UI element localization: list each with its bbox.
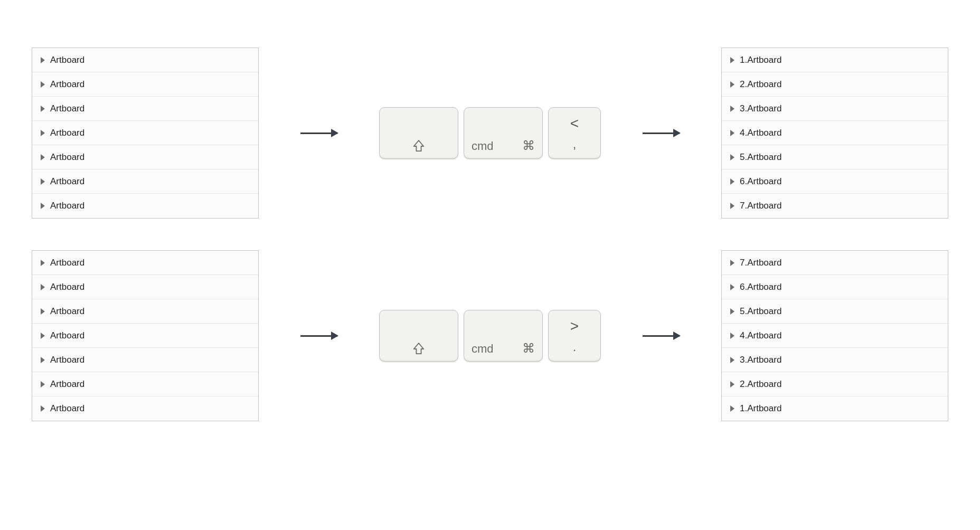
chevron-right-icon xyxy=(41,405,45,412)
chevron-right-icon xyxy=(41,357,45,363)
layer-label: 7.Artboard xyxy=(740,258,781,268)
chevron-right-icon xyxy=(730,178,734,185)
layer-label: Artboard xyxy=(50,128,84,138)
list-item[interactable]: Artboard xyxy=(32,121,258,145)
list-item[interactable]: Artboard xyxy=(32,72,258,97)
list-item[interactable]: 6.Artboard xyxy=(722,169,948,194)
layer-label: 7.Artboard xyxy=(740,201,781,211)
list-item[interactable]: 5.Artboard xyxy=(722,299,948,324)
diagram-row-descending: Artboard Artboard Artboard Artboard Artb… xyxy=(32,250,948,421)
layer-panel-after-2: 7.Artboard 6.Artboard 5.Artboard 4.Artbo… xyxy=(721,250,948,421)
list-item[interactable]: Artboard xyxy=(32,48,258,72)
chevron-right-icon xyxy=(730,381,734,387)
list-item[interactable]: 7.Artboard xyxy=(722,194,948,218)
chevron-right-icon xyxy=(41,308,45,315)
layer-label: Artboard xyxy=(50,403,84,414)
list-item[interactable]: Artboard xyxy=(32,324,258,348)
arrow-right-icon xyxy=(629,132,693,134)
layer-label: 2.Artboard xyxy=(740,379,781,390)
shift-key xyxy=(379,310,458,362)
list-item[interactable]: 2.Artboard xyxy=(722,72,948,97)
keyboard-shortcut-2: cmd ⌘ > . xyxy=(379,310,601,362)
layer-label: 2.Artboard xyxy=(740,79,781,90)
list-item[interactable]: Artboard xyxy=(32,145,258,169)
chevron-right-icon xyxy=(41,130,45,136)
chevron-right-icon xyxy=(41,106,45,112)
layer-label: Artboard xyxy=(50,201,84,211)
list-item[interactable]: 1.Artboard xyxy=(722,48,948,72)
layer-label: Artboard xyxy=(50,152,84,163)
shift-key xyxy=(379,107,458,159)
list-item[interactable]: 3.Artboard xyxy=(722,97,948,121)
layer-label: Artboard xyxy=(50,176,84,187)
key-bottom-char: , xyxy=(573,139,576,150)
cmd-key: cmd ⌘ xyxy=(464,107,543,159)
list-item[interactable]: Artboard xyxy=(32,396,258,421)
arrow-right-icon xyxy=(629,335,693,337)
layer-label: 1.Artboard xyxy=(740,403,781,414)
diagram-row-ascending: Artboard Artboard Artboard Artboard Artb… xyxy=(32,48,948,219)
layer-label: 3.Artboard xyxy=(740,103,781,114)
layer-label: 4.Artboard xyxy=(740,128,781,138)
layer-label: Artboard xyxy=(50,379,84,390)
list-item[interactable]: Artboard xyxy=(32,169,258,194)
chevron-right-icon xyxy=(41,260,45,266)
layer-label: Artboard xyxy=(50,355,84,365)
list-item[interactable]: 1.Artboard xyxy=(722,396,948,421)
key-bottom-char: . xyxy=(573,342,576,353)
arrow-right-icon xyxy=(287,335,351,337)
chevron-right-icon xyxy=(41,284,45,290)
chevron-right-icon xyxy=(730,260,734,266)
list-item[interactable]: Artboard xyxy=(32,275,258,299)
list-item[interactable]: Artboard xyxy=(32,372,258,396)
list-item[interactable]: 4.Artboard xyxy=(722,324,948,348)
cmd-symbol-icon: ⌘ xyxy=(522,138,535,153)
list-item[interactable]: 4.Artboard xyxy=(722,121,948,145)
list-item[interactable]: 5.Artboard xyxy=(722,145,948,169)
cmd-key: cmd ⌘ xyxy=(464,310,543,362)
layer-label: 5.Artboard xyxy=(740,152,781,163)
chevron-right-icon xyxy=(41,333,45,339)
chevron-right-icon xyxy=(730,357,734,363)
keyboard-shortcut-1: cmd ⌘ < , xyxy=(379,107,601,159)
shift-icon xyxy=(413,342,425,356)
cmd-symbol-icon: ⌘ xyxy=(522,341,535,356)
layer-panel-after-1: 1.Artboard 2.Artboard 3.Artboard 4.Artbo… xyxy=(721,48,948,219)
layer-label: Artboard xyxy=(50,306,84,317)
layer-label: 3.Artboard xyxy=(740,355,781,365)
layer-label: 6.Artboard xyxy=(740,176,781,187)
period-key: > . xyxy=(548,310,601,362)
shift-icon xyxy=(413,139,425,153)
layer-label: Artboard xyxy=(50,55,84,65)
chevron-right-icon xyxy=(730,405,734,412)
key-top-char: < xyxy=(570,116,579,131)
list-item[interactable]: 2.Artboard xyxy=(722,372,948,396)
list-item[interactable]: Artboard xyxy=(32,97,258,121)
layer-panel-before-1: Artboard Artboard Artboard Artboard Artb… xyxy=(32,48,259,219)
chevron-right-icon xyxy=(41,57,45,63)
key-top-char: > xyxy=(570,319,579,334)
list-item[interactable]: 6.Artboard xyxy=(722,275,948,299)
layer-label: Artboard xyxy=(50,79,84,90)
chevron-right-icon xyxy=(730,81,734,88)
list-item[interactable]: 7.Artboard xyxy=(722,251,948,275)
layer-panel-before-2: Artboard Artboard Artboard Artboard Artb… xyxy=(32,250,259,421)
chevron-right-icon xyxy=(41,154,45,160)
chevron-right-icon xyxy=(41,81,45,88)
chevron-right-icon xyxy=(730,154,734,160)
comma-key: < , xyxy=(548,107,601,159)
chevron-right-icon xyxy=(41,203,45,209)
cmd-label: cmd xyxy=(472,342,494,356)
list-item[interactable]: Artboard xyxy=(32,299,258,324)
chevron-right-icon xyxy=(41,381,45,387)
list-item[interactable]: 3.Artboard xyxy=(722,348,948,372)
layer-label: 4.Artboard xyxy=(740,330,781,341)
cmd-label: cmd xyxy=(472,139,494,153)
chevron-right-icon xyxy=(730,130,734,136)
chevron-right-icon xyxy=(730,106,734,112)
list-item[interactable]: Artboard xyxy=(32,251,258,275)
list-item[interactable]: Artboard xyxy=(32,194,258,218)
layer-label: Artboard xyxy=(50,330,84,341)
chevron-right-icon xyxy=(730,57,734,63)
list-item[interactable]: Artboard xyxy=(32,348,258,372)
